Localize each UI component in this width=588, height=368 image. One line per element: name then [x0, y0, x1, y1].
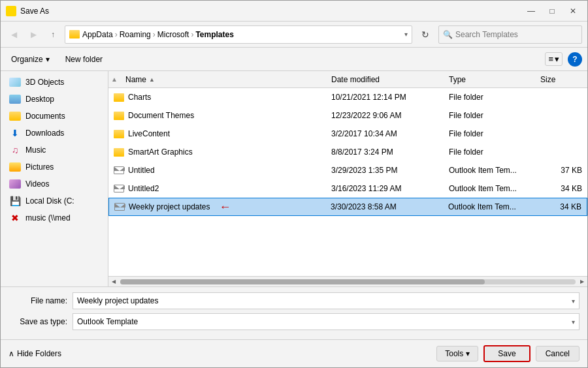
file-row-untitled[interactable]: Untitled 3/29/2023 1:35 PM Outlook Item …	[108, 161, 587, 179]
file-row-charts[interactable]: Charts 10/21/2021 12:14 PM File folder	[108, 88, 587, 106]
sidebar-label-3d-objects: 3D Objects	[25, 78, 64, 87]
sidebar-label-videos: Videos	[25, 179, 49, 189]
file-cell-date-untitled2: 3/16/2023 11:29 AM	[326, 184, 444, 193]
filename-row: File name: Weekly project updates ▾	[8, 292, 580, 309]
breadcrumb-part-1: AppData	[82, 30, 113, 39]
col-header-size[interactable]: Size	[535, 71, 587, 87]
sidebar-item-documents[interactable]: Documents	[1, 108, 108, 125]
sidebar-item-pictures[interactable]: Pictures	[1, 159, 108, 176]
col-header-date[interactable]: Date modified	[326, 71, 444, 87]
arrow-annotation: ←	[220, 200, 231, 214]
sidebar-label-local-disk: Local Disk (C:	[25, 196, 74, 206]
new-folder-button[interactable]: New folder	[60, 53, 108, 66]
close-button[interactable]: ✕	[564, 4, 582, 18]
file-cell-date-untitled: 3/29/2023 1:35 PM	[326, 166, 444, 175]
file-date-document-themes: 12/23/2022 9:06 AM	[331, 111, 401, 120]
forward-button[interactable]: ▶	[25, 27, 41, 42]
email-icon-untitled	[114, 166, 124, 174]
file-cell-name-charts: Charts	[108, 93, 326, 102]
file-cell-name-untitled: Untitled	[108, 166, 326, 175]
col-size-label: Size	[540, 75, 555, 84]
documents-icon	[8, 111, 22, 121]
sidebar-label-documents: Documents	[25, 112, 65, 121]
search-box: 🔍	[438, 25, 582, 44]
breadcrumb-box[interactable]: AppData › Roaming › Microsoft › Template…	[65, 25, 412, 44]
view-button[interactable]: ≡ ▾	[545, 52, 563, 66]
breadcrumb-folder-icon	[69, 30, 80, 38]
sidebar-item-desktop[interactable]: Desktop	[1, 91, 108, 108]
file-cell-name-weekly: Weekly project updates ←	[109, 200, 325, 214]
breadcrumb-path: AppData › Roaming › Microsoft › Template…	[82, 30, 234, 39]
file-cell-type-smartart: File folder	[444, 147, 535, 157]
breadcrumb-sep-3: ›	[191, 30, 193, 39]
file-list-header: ▲ Name ▲ Date modified Type Size	[108, 71, 587, 88]
breadcrumb-part-3: Microsoft	[157, 30, 189, 39]
music-icon: ♫	[8, 145, 22, 155]
scroll-right-button[interactable]: ▶	[577, 277, 587, 287]
tools-arrow: ▾	[466, 349, 470, 358]
file-size-untitled: 37 KB	[561, 166, 582, 175]
organize-label: Organize	[11, 55, 43, 64]
title-bar: Save As — □ ✕	[1, 1, 587, 22]
sidebar-item-music[interactable]: ♫ Music	[1, 142, 108, 159]
maximize-button[interactable]: □	[543, 4, 561, 18]
file-cell-size-weekly: 34 KB	[534, 202, 587, 211]
file-cell-type-untitled: Outlook Item Tem...	[444, 166, 535, 175]
file-date-weekly: 3/30/2023 8:58 AM	[331, 202, 397, 211]
filetype-dropdown-arrow: ▾	[572, 318, 575, 326]
file-type-smartart: File folder	[449, 147, 483, 157]
sidebar: 3D Objects Desktop Documents ⬇ Downloads…	[1, 71, 108, 286]
breadcrumb-sep-1: ›	[115, 30, 118, 39]
sidebar-item-3d-objects[interactable]: 3D Objects	[1, 74, 108, 91]
sidebar-label-downloads: Downloads	[25, 129, 64, 138]
file-name-weekly: Weekly project updates	[129, 202, 210, 211]
file-type-document-themes: File folder	[449, 111, 483, 120]
save-button[interactable]: Save	[483, 345, 530, 362]
search-input[interactable]	[455, 30, 578, 39]
sidebar-item-downloads[interactable]: ⬇ Downloads	[1, 125, 108, 142]
file-row-smartart[interactable]: SmartArt Graphics 8/8/2017 3:24 PM File …	[108, 143, 587, 161]
sort-arrow: ▲	[149, 76, 155, 83]
file-date-untitled2: 3/16/2023 11:29 AM	[331, 184, 401, 193]
tools-button[interactable]: Tools ▾	[436, 346, 478, 361]
minimize-button[interactable]: —	[522, 4, 540, 18]
file-cell-type-untitled2: Outlook Item Tem...	[444, 184, 535, 193]
col-header-type[interactable]: Type	[444, 71, 535, 87]
sidebar-item-local-disk[interactable]: 💾 Local Disk (C:	[1, 192, 108, 209]
col-header-name[interactable]: Name ▲	[120, 71, 326, 87]
sidebar-item-videos[interactable]: Videos	[1, 176, 108, 192]
file-cell-date-charts: 10/21/2021 12:14 PM	[326, 93, 444, 102]
filetype-dropdown[interactable]: Outlook Template ▾	[73, 313, 580, 330]
file-row-livecontent[interactable]: LiveContent 3/2/2017 10:34 AM File folde…	[108, 125, 587, 143]
file-row-document-themes[interactable]: Document Themes 12/23/2022 9:06 AM File …	[108, 106, 587, 125]
file-date-smartart: 8/8/2017 3:24 PM	[331, 147, 393, 157]
tools-label: Tools	[445, 349, 463, 358]
horizontal-scrollbar[interactable]: ◀ ▶	[108, 276, 587, 286]
help-button[interactable]: ?	[568, 52, 582, 67]
file-list: Charts 10/21/2021 12:14 PM File folder	[108, 88, 587, 276]
main-pane: ▲ Name ▲ Date modified Type Size	[108, 71, 587, 286]
breadcrumb-dropdown-arrow[interactable]: ▾	[404, 31, 408, 38]
email-icon-untitled2	[114, 185, 124, 192]
up-button[interactable]: ↑	[45, 27, 61, 42]
filename-label: File name:	[8, 296, 67, 305]
hide-folders-button[interactable]: ∧ Hide Folders	[8, 349, 61, 358]
address-bar: ◀ ▶ ↑ AppData › Roaming › Microsoft › Te…	[1, 22, 587, 48]
scroll-up-arrow[interactable]: ▲	[108, 71, 120, 88]
network-icon: ✖	[8, 213, 22, 223]
breadcrumb-part-2: Roaming	[120, 30, 151, 39]
footer-bar: ∧ Hide Folders Tools ▾ Save Cancel	[1, 339, 587, 367]
organize-button[interactable]: Organize ▾	[6, 53, 55, 66]
file-row-untitled2[interactable]: Untitled2 3/16/2023 11:29 AM Outlook Ite…	[108, 179, 587, 198]
cancel-button[interactable]: Cancel	[536, 346, 580, 361]
file-row-weekly-project[interactable]: Weekly project updates ← 3/30/2023 8:58 …	[108, 198, 587, 216]
sidebar-label-music: Music	[25, 146, 46, 155]
refresh-button[interactable]: ↻	[416, 25, 434, 44]
scroll-left-button[interactable]: ◀	[108, 277, 119, 287]
back-button[interactable]: ◀	[6, 27, 22, 42]
sidebar-item-network[interactable]: ✖ music (\\med	[1, 209, 108, 226]
file-size-weekly: 34 KB	[560, 202, 581, 211]
file-name-untitled2: Untitled2	[128, 184, 159, 193]
folder-icon-livecontent	[114, 130, 124, 138]
filename-input[interactable]: Weekly project updates ▾	[73, 292, 580, 309]
